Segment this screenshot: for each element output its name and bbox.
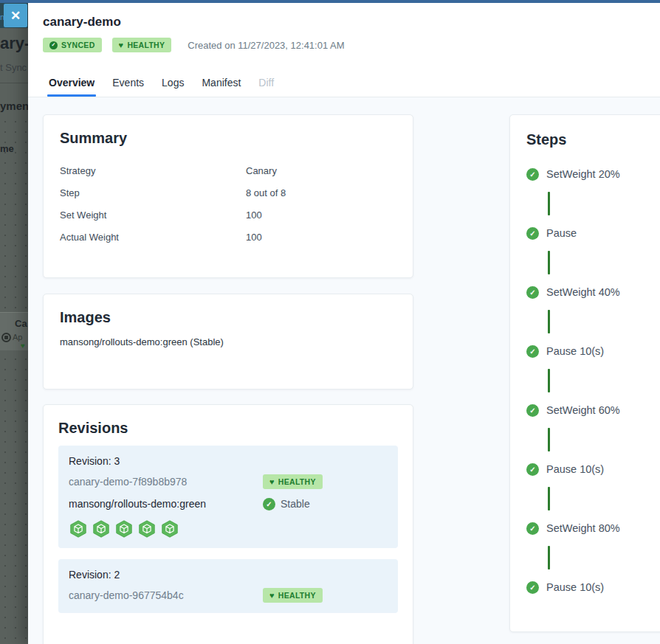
revision-name: Revision: 2 — [69, 569, 388, 581]
healthy-badge-label: HEALTHY — [127, 41, 165, 49]
revisions-card: Revisions Revision: 3 canary-demo-7f89b8… — [43, 404, 413, 644]
background-divider — [0, 83, 28, 83]
revision-name: Revision: 3 — [69, 455, 388, 467]
revision-healthy-badge: ♥ HEALTHY — [263, 588, 323, 603]
step-connector — [548, 546, 550, 569]
app-tile-sub-fragment: Ap — [13, 333, 22, 342]
check-circle-icon: ✓ — [526, 168, 539, 181]
step-item: ✓ SetWeight 80% — [526, 521, 660, 536]
check-circle-icon: ✓ — [526, 581, 539, 594]
step-label: SetWeight 60% — [546, 404, 620, 416]
summary-value: 100 — [246, 210, 396, 221]
step-connector — [548, 428, 550, 451]
background-title-fragment: ary- — [0, 34, 28, 53]
step-item: ✓ Pause 10(s) — [526, 580, 660, 595]
summary-row-step: Step 8 out of 8 — [60, 181, 396, 204]
pod-icon — [92, 519, 111, 539]
step-item: ✓ Pause 10(s) — [526, 344, 660, 359]
revision-status-label: HEALTHY — [278, 591, 316, 600]
pod-icon — [69, 519, 88, 539]
step-connector — [548, 251, 550, 274]
images-card: Images mansong/rollouts-demo:green (Stab… — [43, 294, 413, 389]
summary-label: Actual Weight — [60, 232, 246, 243]
check-circle-icon: ✓ — [526, 227, 539, 240]
steps-card: Steps ✓ SetWeight 20% ✓ Pause ✓ SetWeigh… — [509, 114, 660, 632]
check-circle-icon: ✓ — [263, 498, 275, 510]
step-connector — [548, 369, 550, 392]
heart-icon: ♥ — [21, 342, 25, 350]
overview-tab-content: Summary Strategy Canary Step 8 out of 8 … — [28, 97, 660, 644]
revision-block-2: Revision: 2 canary-demo-967754b4c ♥ HEAL… — [58, 559, 398, 613]
background-sync-fragment: t Sync — [0, 62, 27, 73]
revision-status-label: HEALTHY — [278, 477, 316, 486]
summary-row-strategy: Strategy Canary — [60, 159, 396, 181]
step-connector — [548, 487, 550, 510]
check-circle-icon: ✓ — [526, 286, 539, 299]
pod-icon — [137, 519, 157, 539]
rollout-detail-panel: canary-demo ✓ SYNCED ♥ HEALTHY Created o… — [28, 3, 660, 644]
check-circle-icon: ✓ — [526, 522, 539, 535]
check-circle-icon: ✓ — [526, 463, 539, 476]
check-circle-icon: ✓ — [526, 404, 539, 417]
application-icon — [1, 333, 11, 342]
step-label: Pause — [546, 227, 577, 239]
page-title: canary-demo — [43, 15, 121, 30]
synced-status-badge: ✓ SYNCED — [43, 38, 102, 52]
step-connector — [548, 192, 550, 215]
background-dot-grid — [0, 117, 28, 644]
pod-icon — [114, 519, 134, 539]
step-item: ✓ SetWeight 20% — [526, 167, 660, 181]
step-label: SetWeight 20% — [546, 168, 620, 180]
tab-manifest[interactable]: Manifest — [202, 68, 241, 97]
background-section-fragment: yment — [0, 100, 28, 112]
image-item: mansong/rollouts-demo:green (Stable) — [60, 336, 396, 347]
tab-bar: Overview Events Logs Manifest Diff — [28, 68, 660, 97]
revisions-title: Revisions — [58, 420, 398, 437]
summary-card: Summary Strategy Canary Step 8 out of 8 … — [43, 114, 413, 278]
background-app-tile: Ca Ap ♥ — [0, 312, 28, 350]
check-circle-icon: ✓ — [526, 345, 539, 358]
revision-image-row: mansong/rollouts-demo:green ✓ Stable — [69, 496, 388, 512]
summary-label: Strategy — [60, 165, 246, 176]
screen: nt.soft ary- t Sync yment me Ca Ap ♥ ✕ c… — [0, 0, 660, 644]
stable-label: Stable — [281, 498, 310, 510]
close-icon: ✕ — [10, 8, 21, 24]
summary-value: 8 out of 8 — [246, 187, 396, 198]
step-item: ✓ SetWeight 60% — [526, 403, 660, 418]
healthy-status-badge: ♥ HEALTHY — [112, 38, 172, 52]
heart-icon: ♥ — [269, 592, 275, 600]
summary-value: Canary — [246, 165, 396, 176]
step-label: SetWeight 80% — [546, 522, 620, 534]
pod-row — [69, 519, 388, 539]
summary-rows: Strategy Canary Step 8 out of 8 Set Weig… — [60, 159, 396, 248]
tab-diff[interactable]: Diff — [258, 68, 274, 97]
revision-healthy-badge: ♥ HEALTHY — [263, 474, 323, 489]
summary-row-set-weight: Set Weight 100 — [60, 204, 396, 226]
summary-label: Set Weight — [60, 210, 246, 221]
pod-icon — [160, 519, 179, 539]
status-badge-row: ✓ SYNCED ♥ HEALTHY Created on 11/27/2023… — [43, 38, 345, 52]
step-label: Pause 10(s) — [546, 463, 604, 475]
revision-image: mansong/rollouts-demo:green — [69, 498, 263, 510]
background-page-dimmed: nt.soft ary- t Sync yment me Ca Ap ♥ — [0, 0, 28, 644]
created-timestamp: Created on 11/27/2023, 12:41:01 AM — [188, 40, 344, 51]
replicaset-link[interactable]: canary-demo-967754b4c — [69, 589, 263, 601]
revision-hash-row: canary-demo-7f89b8b978 ♥ HEALTHY — [69, 474, 388, 490]
step-label: SetWeight 40% — [546, 286, 620, 298]
replicaset-link[interactable]: canary-demo-7f89b8b978 — [69, 476, 263, 488]
tab-events[interactable]: Events — [112, 68, 144, 97]
step-label: Pause 10(s) — [546, 345, 604, 357]
heart-icon: ♥ — [269, 478, 275, 486]
revision-hash-row: canary-demo-967754b4c ♥ HEALTHY — [69, 587, 388, 603]
summary-value: 100 — [246, 232, 396, 243]
heart-icon: ♥ — [119, 41, 124, 49]
top-accent-strip — [0, 0, 660, 3]
app-tile-title-fragment: Ca — [15, 318, 27, 329]
step-item: ✓ Pause — [526, 226, 660, 240]
steps-title: Steps — [526, 131, 660, 148]
summary-label: Step — [60, 187, 246, 198]
tab-overview[interactable]: Overview — [49, 68, 94, 97]
step-item: ✓ Pause 10(s) — [526, 462, 660, 477]
tab-logs[interactable]: Logs — [162, 68, 184, 97]
close-panel-button[interactable]: ✕ — [4, 4, 27, 27]
